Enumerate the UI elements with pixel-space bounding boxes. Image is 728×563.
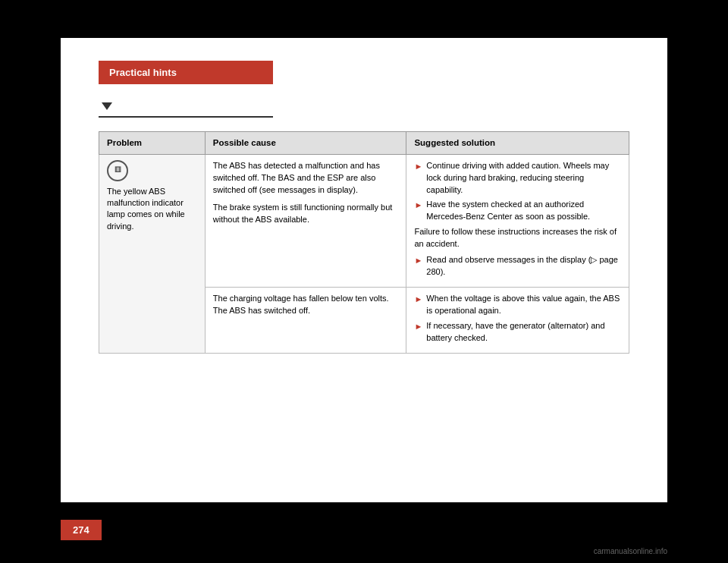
solution-bullet-2: ► Have the system checked at an authoriz… (414, 199, 621, 223)
hints-table: Problem Possible cause Suggested solutio… (99, 131, 629, 354)
bullet-arrow-icon: ► (414, 294, 422, 306)
abs-icon: ⚅ (107, 160, 128, 181)
problem-cell: ⚅ The yellow ABS malfunction indicator l… (99, 154, 206, 353)
solution-bullet-3: ► Read and observe messages in the displ… (414, 254, 621, 278)
bullet-arrow-icon: ► (414, 161, 422, 173)
solution-bullet-4: ► When the voltage is above this value a… (414, 293, 621, 317)
solution-text-3: Read and observe messages in the display… (426, 254, 621, 278)
col-header-problem: Problem (99, 132, 206, 155)
solution-cell-2: ► When the voltage is above this value a… (406, 288, 629, 354)
page-number: 274 (61, 520, 102, 540)
triangle-icon (102, 102, 112, 110)
problem-description: The yellow ABS malfunction indicator lam… (107, 186, 197, 233)
cause-cell-2: The charging voltage has fallen below te… (205, 288, 406, 354)
solution-text-2: Have the system checked at an authorized… (426, 199, 621, 223)
bullet-arrow-icon: ► (414, 321, 422, 333)
bullet-arrow-icon: ► (414, 255, 422, 267)
solution-bullet-1: ► Continue driving with added caution. W… (414, 160, 621, 197)
solution-text-4: When the voltage is above this value aga… (426, 293, 621, 317)
cause-text-2: The brake system is still functioning no… (213, 202, 399, 226)
solution-text-1: Continue driving with added caution. Whe… (426, 160, 621, 197)
solution-cell-1: ► Continue driving with added caution. W… (406, 154, 629, 287)
cause-text-3: The charging voltage has fallen below te… (213, 293, 399, 317)
table-row: ⚅ The yellow ABS malfunction indicator l… (99, 154, 629, 287)
divider-line (99, 116, 273, 118)
col-header-cause: Possible cause (205, 132, 406, 155)
failure-note: Failure to follow these instructions inc… (414, 226, 621, 250)
bullet-arrow-icon: ► (414, 200, 422, 212)
cause-text-1: The ABS has detected a malfunction and h… (213, 160, 399, 197)
solution-text-5: If necessary, have the generator (altern… (426, 320, 621, 344)
section-header: Practical hints (99, 61, 273, 84)
col-header-solution: Suggested solution (406, 132, 629, 155)
cause-cell-1: The ABS has detected a malfunction and h… (205, 154, 406, 287)
watermark-text: carmanualsonline.info (594, 547, 667, 555)
solution-bullet-5: ► If necessary, have the generator (alte… (414, 320, 621, 344)
